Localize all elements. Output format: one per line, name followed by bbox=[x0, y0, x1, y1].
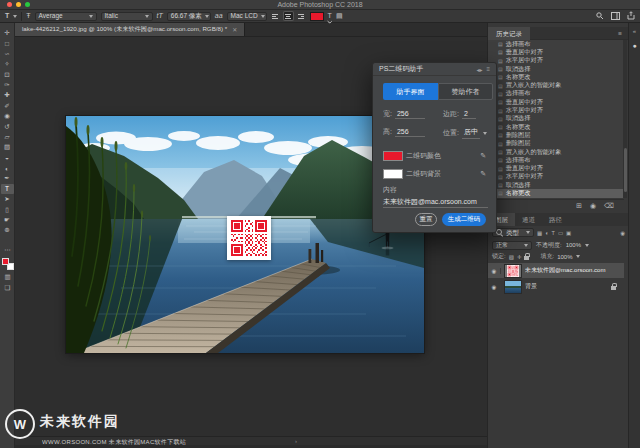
screen-mode-icon[interactable]: ❏ bbox=[1, 283, 14, 293]
blend-mode-select[interactable]: 正常 bbox=[492, 241, 532, 250]
anti-alias-select[interactable]: Mac LCD bbox=[227, 12, 267, 21]
eye-icon[interactable]: ◉ bbox=[488, 268, 501, 274]
qr-bg-swatch[interactable] bbox=[383, 169, 403, 179]
panel-resize-icon[interactable]: ◂▸ bbox=[476, 66, 482, 73]
history-panel-tab[interactable]: 历史记录 bbox=[488, 27, 530, 40]
panel-tab-channels[interactable]: 通道 bbox=[515, 213, 542, 226]
align-right-icon[interactable] bbox=[297, 12, 306, 20]
panel-menu-icon[interactable]: ≡ bbox=[486, 66, 490, 73]
filter-adjustment-layers-icon[interactable]: ◐ bbox=[545, 230, 548, 236]
quick-mask-icon[interactable]: ▥ bbox=[1, 272, 14, 282]
tool-marquee[interactable]: □ bbox=[1, 38, 14, 48]
tool-shape[interactable]: ▯ bbox=[1, 205, 14, 215]
document-tab[interactable]: lake-4426212_1920.jpg @ 100% (未来软件园@mac.… bbox=[15, 23, 245, 36]
macos-zoom-button[interactable] bbox=[25, 2, 30, 7]
dialog-header[interactable]: PS二维码助手 ◂▸ ≡ bbox=[373, 63, 496, 76]
qr-color-swatch[interactable] bbox=[383, 151, 403, 161]
new-document-from-state-icon[interactable]: ⊞ bbox=[576, 202, 582, 210]
filter-pixel-layers-icon[interactable]: ▦ bbox=[537, 230, 542, 236]
history-state[interactable]: ▤名称更改 bbox=[488, 189, 624, 197]
position-select[interactable]: 居中 bbox=[462, 127, 480, 139]
tool-move[interactable]: ✛ bbox=[1, 28, 14, 38]
reset-button[interactable]: 重置 bbox=[415, 213, 437, 226]
tool-preset-caret-icon[interactable] bbox=[13, 15, 17, 18]
font-family-select[interactable]: Average bbox=[35, 12, 97, 21]
panel-tab-paths[interactable]: 路径 bbox=[542, 213, 569, 226]
new-snapshot-icon[interactable]: ◉ bbox=[590, 202, 596, 210]
chevron-down-icon[interactable] bbox=[585, 244, 589, 247]
filter-type-layers-icon[interactable]: T bbox=[552, 230, 555, 236]
qr-code-layer[interactable] bbox=[227, 216, 271, 260]
warp-text-icon[interactable]: T bbox=[328, 11, 332, 21]
tool-dodge[interactable]: ◐ bbox=[1, 163, 14, 173]
chevron-down-icon[interactable] bbox=[576, 255, 580, 258]
generate-qr-button[interactable]: 生成二维码 bbox=[442, 213, 486, 226]
tool-magic-wand[interactable]: ✧ bbox=[1, 59, 14, 69]
tool-blur[interactable]: ◒ bbox=[1, 153, 14, 163]
tool-type[interactable]: T bbox=[1, 184, 14, 194]
lock-all-icon[interactable] bbox=[524, 256, 529, 260]
tool-brush[interactable]: ✐ bbox=[1, 101, 14, 111]
history-state-icon: ▤ bbox=[498, 190, 503, 196]
edit-qr-bg-icon[interactable]: ✎ bbox=[480, 170, 486, 178]
layer-row-qr[interactable]: ◉ 未来软件园@mac.orsoon.com bbox=[488, 263, 624, 278]
tab-close-icon[interactable]: ✕ bbox=[232, 26, 237, 33]
tool-lasso[interactable]: ∽ bbox=[1, 49, 14, 59]
tool-pen[interactable]: ✒ bbox=[1, 173, 14, 183]
tool-clone-stamp[interactable]: ◉ bbox=[1, 111, 14, 121]
layer-name[interactable]: 背景 bbox=[525, 282, 611, 291]
tab-assistant-ui[interactable]: 助手界面 bbox=[383, 83, 438, 100]
tool-history-brush[interactable]: ↺ bbox=[1, 122, 14, 132]
type-tool-preset-icon[interactable]: T bbox=[5, 11, 9, 21]
font-style-select[interactable]: Italic bbox=[101, 12, 153, 21]
layer-thumbnail-qr[interactable] bbox=[505, 265, 521, 277]
margin-input[interactable]: 2 bbox=[462, 110, 476, 119]
tab-sponsor[interactable]: 赞助作者 bbox=[438, 83, 493, 100]
edit-toolbar-icon[interactable]: ⋯ bbox=[1, 245, 14, 255]
foreground-color-swatch[interactable] bbox=[2, 258, 9, 265]
lock-position-icon[interactable]: ✛ bbox=[517, 254, 522, 260]
tool-gradient[interactable]: ▨ bbox=[1, 142, 14, 152]
layer-row-background[interactable]: ◉ 背景 bbox=[488, 279, 624, 294]
workspace-icon[interactable] bbox=[611, 12, 620, 21]
fill-value[interactable]: 100% bbox=[557, 254, 572, 260]
status-bar-arrow-icon[interactable]: › bbox=[295, 438, 297, 444]
tool-eraser[interactable]: ▱ bbox=[1, 132, 14, 142]
height-input[interactable]: 256 bbox=[395, 128, 425, 137]
macos-minimize-button[interactable] bbox=[16, 2, 21, 7]
tool-crop[interactable]: ⊡ bbox=[1, 70, 14, 80]
text-orientation-icon[interactable]: Ŧ bbox=[26, 11, 30, 21]
tool-hand[interactable]: ☛ bbox=[1, 215, 14, 225]
collapse-panels-icon[interactable]: « bbox=[629, 28, 640, 34]
filter-smart-object-layers-icon[interactable]: ▣ bbox=[566, 230, 571, 236]
eye-icon[interactable]: ◉ bbox=[488, 284, 501, 290]
scrollbar-thumb[interactable] bbox=[624, 148, 627, 192]
panel-menu-icon[interactable]: ≡ bbox=[618, 27, 622, 40]
share-icon[interactable] bbox=[627, 11, 635, 21]
toggle-panels-icon[interactable]: ▤ bbox=[336, 11, 343, 21]
layer-filter-select[interactable]: 类型 bbox=[492, 228, 534, 237]
delete-state-icon[interactable]: ⌫ bbox=[604, 202, 614, 210]
chevron-down-icon[interactable] bbox=[483, 132, 487, 135]
edit-qr-color-icon[interactable]: ✎ bbox=[480, 152, 486, 160]
filter-toggle-icon[interactable]: ◉ bbox=[620, 230, 625, 236]
collapsed-panel-icon[interactable]: ● bbox=[629, 42, 640, 49]
align-center-icon[interactable] bbox=[284, 12, 293, 20]
tool-healing-brush[interactable]: ✚ bbox=[1, 90, 14, 100]
text-color-swatch[interactable] bbox=[310, 12, 324, 21]
tool-zoom[interactable]: ⊕ bbox=[1, 225, 14, 235]
layer-name[interactable]: 未来软件园@mac.orsoon.com bbox=[525, 266, 624, 275]
tool-eyedropper[interactable]: ✑ bbox=[1, 80, 14, 90]
opacity-value[interactable]: 100% bbox=[566, 242, 581, 248]
width-input[interactable]: 256 bbox=[395, 110, 425, 119]
layer-thumbnail-background[interactable] bbox=[505, 281, 521, 293]
history-scrollbar[interactable] bbox=[623, 40, 627, 198]
align-left-icon[interactable] bbox=[271, 12, 280, 20]
search-icon[interactable] bbox=[596, 12, 604, 21]
macos-close-button[interactable] bbox=[7, 2, 12, 7]
tool-path-selection[interactable]: ➤ bbox=[1, 194, 14, 204]
lock-transparent-pixels-icon[interactable]: ▨ bbox=[509, 254, 514, 260]
font-size-select[interactable]: 66.67 像素 bbox=[167, 12, 211, 21]
filter-shape-layers-icon[interactable]: ▭ bbox=[558, 230, 563, 236]
qr-content-input[interactable]: 未来软件园@mac.orsoon.com bbox=[383, 196, 488, 208]
